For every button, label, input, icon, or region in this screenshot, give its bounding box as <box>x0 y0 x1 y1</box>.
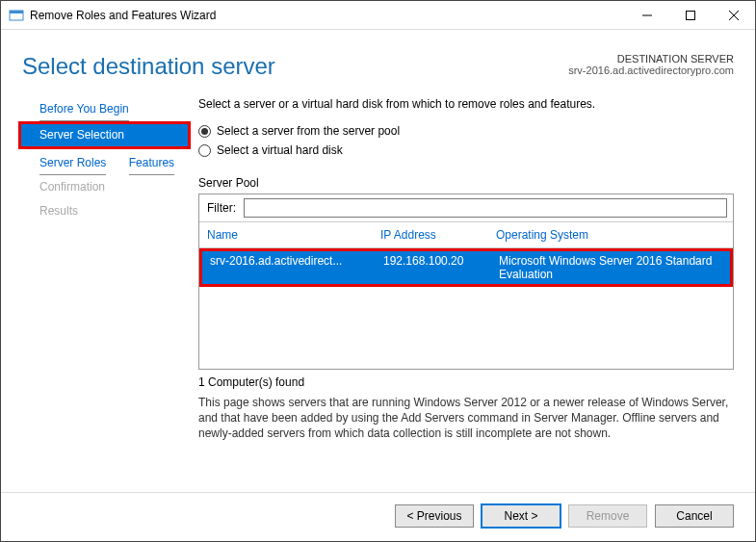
col-header-name[interactable]: Name <box>207 228 380 242</box>
main-panel: Select a server or a virtual hard disk f… <box>189 97 755 492</box>
radio-icon <box>198 125 211 138</box>
footer-buttons: < Previous Next > Remove Cancel <box>1 492 755 541</box>
instruction-text: Select a server or a virtual hard disk f… <box>198 97 734 111</box>
maximize-button[interactable] <box>668 1 712 29</box>
radio-server-pool-label: Select a server from the server pool <box>217 124 400 138</box>
highlight-selected-row: srv-2016.ad.activedirect... 192.168.100.… <box>199 248 733 287</box>
nav-before-you-begin[interactable]: Before You Begin <box>39 97 129 121</box>
info-note: This page shows servers that are running… <box>198 395 734 442</box>
wizard-nav: Before You Begin Server Selection Server… <box>1 97 189 492</box>
cancel-button[interactable]: Cancel <box>655 504 734 528</box>
window-controls <box>625 1 755 29</box>
col-header-ip[interactable]: IP Address <box>380 228 496 242</box>
destination-server-value: srv-2016.ad.activedirectorypro.com <box>568 65 734 76</box>
titlebar-left: Remove Roles and Features Wizard <box>9 8 216 23</box>
radio-server-pool[interactable]: Select a server from the server pool <box>198 124 734 138</box>
window-title: Remove Roles and Features Wizard <box>30 9 216 22</box>
nav-results: Results <box>20 199 189 223</box>
svg-rect-1 <box>10 11 23 13</box>
nav-server-selection[interactable]: Server Selection <box>20 123 189 147</box>
next-button[interactable]: Next > <box>482 504 560 528</box>
remove-button: Remove <box>568 504 647 528</box>
header: Select destination server DESTINATION SE… <box>1 30 755 97</box>
previous-button[interactable]: < Previous <box>395 504 474 528</box>
computers-found: 1 Computer(s) found <box>198 375 734 389</box>
titlebar: Remove Roles and Features Wizard <box>1 1 755 30</box>
minimize-button[interactable] <box>625 1 668 29</box>
destination-server-box: DESTINATION SERVER srv-2016.ad.activedir… <box>568 53 734 76</box>
page-title: Select destination server <box>22 53 275 80</box>
server-row[interactable]: srv-2016.ad.activedirect... 192.168.100.… <box>202 251 730 284</box>
close-button[interactable] <box>712 1 755 29</box>
svg-rect-3 <box>686 11 694 19</box>
nav-server-roles[interactable]: Server Roles <box>39 151 106 175</box>
highlight-server-selection: Server Selection <box>20 123 189 147</box>
nav-confirmation: Confirmation <box>20 175 189 199</box>
col-header-os[interactable]: Operating System <box>496 228 725 242</box>
cell-os: Microsoft Windows Server 2016 Standard E… <box>499 254 722 281</box>
server-list: srv-2016.ad.activedirect... 192.168.100.… <box>199 248 733 369</box>
destination-server-label: DESTINATION SERVER <box>568 53 734 65</box>
server-pool-label: Server Pool <box>198 176 734 190</box>
radio-icon <box>198 144 211 157</box>
nav-features[interactable]: Features <box>129 151 174 175</box>
server-pool-box: Filter: Name IP Address Operating System… <box>198 194 734 370</box>
cell-ip: 192.168.100.20 <box>383 254 499 281</box>
cell-name: srv-2016.ad.activedirect... <box>210 254 383 281</box>
column-headers: Name IP Address Operating System <box>199 222 733 248</box>
wizard-icon <box>9 8 24 23</box>
radio-vhd-label: Select a virtual hard disk <box>217 143 343 157</box>
filter-label: Filter: <box>199 195 244 220</box>
radio-vhd[interactable]: Select a virtual hard disk <box>198 143 734 157</box>
filter-input[interactable] <box>244 198 727 218</box>
